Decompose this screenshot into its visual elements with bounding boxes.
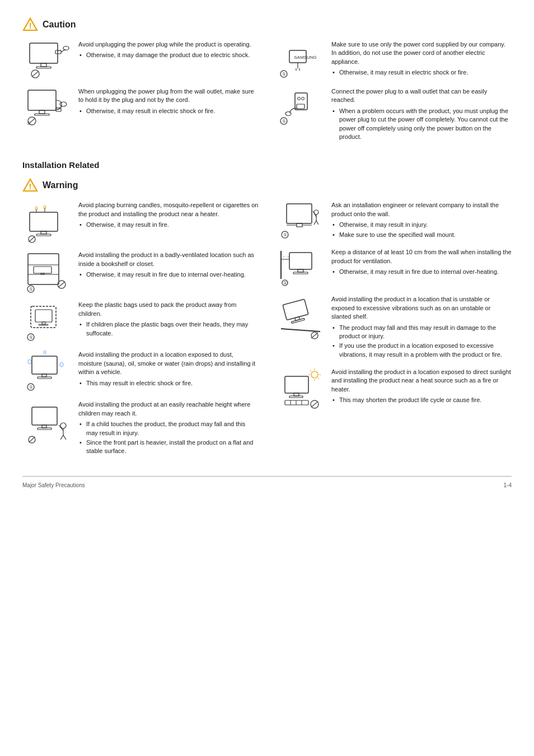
svg-text:①: ① — [282, 72, 286, 77]
caution-text-2: Make sure to use only the power cord sup… — [331, 40, 512, 78]
svg-line-11 — [32, 71, 39, 77]
warning-header: ! Warning — [22, 178, 512, 193]
warning-img-4b: ←→ ① — [275, 248, 326, 287]
warning-illus-4b: ←→ ① — [278, 248, 323, 287]
caution-icon: ! — [22, 17, 38, 32]
caution-left-col: Avoid unplugging the power plug while th… — [22, 40, 259, 150]
caution-illus-2: SAMSUNG ① — [278, 40, 323, 80]
svg-rect-2 — [30, 43, 58, 63]
svg-text:①: ① — [29, 335, 33, 340]
caution-illus-1 — [25, 40, 70, 80]
caution-illus-3: ① — [25, 87, 70, 127]
footer: Major Safety Precautions 1-4 — [22, 482, 512, 488]
caution-entries: Avoid unplugging the power plug while th… — [22, 40, 512, 150]
warning-img-2: ① — [22, 251, 73, 293]
svg-line-110 — [310, 370, 311, 371]
svg-rect-3 — [41, 63, 46, 67]
svg-text:①: ① — [283, 232, 287, 237]
caution-img-4: ① — [275, 87, 326, 127]
svg-point-65 — [28, 360, 31, 364]
svg-point-73 — [60, 423, 66, 428]
svg-rect-72 — [38, 428, 51, 430]
svg-rect-14 — [35, 114, 49, 115]
svg-line-75 — [59, 425, 63, 431]
svg-line-76 — [60, 435, 63, 440]
warning-entry-7: Avoid installing the product at an easil… — [22, 400, 259, 456]
warning-text-4b: Keep a distance of at least 10 cm from t… — [331, 248, 512, 277]
footer-left: Major Safety Precautions — [22, 482, 85, 488]
svg-text:←→: ←→ — [282, 255, 290, 259]
svg-point-33 — [285, 112, 291, 116]
svg-line-55 — [58, 282, 65, 287]
warning-text-8: Avoid installing the product in a locati… — [331, 368, 512, 406]
svg-point-66 — [60, 362, 63, 367]
warning-left-col: Avoid placing burning candles, mosquito-… — [22, 201, 259, 464]
svg-rect-62 — [32, 356, 57, 374]
caution-img-3: ① — [22, 87, 73, 127]
svg-rect-101 — [291, 319, 305, 324]
svg-point-31 — [302, 97, 305, 100]
warning-illus-6: ① — [25, 351, 70, 393]
warning-title: Warning — [43, 180, 78, 190]
svg-point-67 — [44, 351, 46, 354]
svg-point-105 — [311, 371, 318, 378]
warning-entry-4b: ←→ ① Keep a distance of at least 10 cm f… — [275, 248, 512, 287]
svg-rect-57 — [35, 310, 52, 322]
svg-rect-47 — [28, 254, 59, 284]
warning-text-3: Keep the plastic bags used to pack the p… — [78, 301, 259, 339]
caution-entry-1: Avoid unplugging the power plug while th… — [22, 40, 259, 80]
svg-rect-112 — [285, 376, 308, 393]
warning-img-6: ① — [22, 351, 73, 393]
svg-text:SAMSUNG: SAMSUNG — [294, 55, 316, 60]
caution-text-3: When unplugging the power plug from the … — [78, 87, 259, 116]
svg-line-86 — [313, 211, 316, 217]
warning-entries: Avoid placing burning candles, mosquito-… — [22, 201, 512, 464]
warning-illus-4: ① — [278, 201, 323, 240]
svg-text:!: ! — [29, 182, 32, 191]
svg-rect-50 — [34, 267, 51, 273]
warning-illus-2: ① — [25, 251, 70, 293]
warning-text-2: Avoid installing the product in a badly-… — [78, 251, 259, 280]
caution-text-1: Avoid unplugging the power plug while th… — [78, 40, 259, 61]
svg-point-30 — [298, 97, 301, 100]
svg-line-120 — [311, 402, 318, 407]
footer-right: 1-4 — [504, 482, 512, 488]
warning-right-col: ① Ask an installation engineer or releva… — [275, 201, 512, 464]
svg-point-9 — [63, 46, 69, 50]
svg-rect-64 — [38, 377, 51, 379]
caution-title: Caution — [43, 20, 76, 30]
svg-text:①: ① — [29, 287, 33, 292]
caution-header: ! Caution — [22, 17, 512, 32]
svg-text:①: ① — [282, 119, 286, 124]
caution-right-col: SAMSUNG ① Make sure to use only the powe… — [275, 40, 512, 150]
caution-section: ! Caution — [22, 17, 512, 150]
svg-line-111 — [318, 378, 319, 379]
caution-entry-4: ① Connect the power plug to a wall outle… — [275, 87, 512, 142]
caution-text-4: Connect the power plug to a wall outlet … — [331, 87, 512, 142]
installation-title: Installation Related — [22, 160, 512, 170]
svg-text:!: ! — [29, 21, 32, 30]
svg-line-46 — [29, 236, 35, 242]
svg-line-102 — [281, 329, 320, 332]
svg-rect-12 — [28, 90, 56, 110]
caution-entry-3: ① When unplugging the power plug from th… — [22, 87, 259, 127]
warning-img-5 — [275, 295, 326, 340]
svg-rect-93 — [293, 272, 308, 274]
warning-entry-8: Avoid installing the product in a locati… — [275, 368, 512, 413]
svg-rect-38 — [30, 212, 58, 231]
warning-illus-1 — [25, 201, 70, 243]
warning-text-5: Avoid installing the product in a locati… — [331, 295, 512, 360]
footer-divider — [22, 476, 512, 477]
svg-rect-70 — [32, 407, 57, 425]
svg-line-88 — [316, 221, 318, 225]
svg-line-79 — [29, 437, 35, 442]
svg-rect-59 — [39, 324, 48, 325]
svg-rect-81 — [297, 223, 302, 227]
svg-line-77 — [63, 435, 66, 440]
installation-section: Installation Related ! Warning — [22, 160, 512, 464]
warning-illus-3: ① — [25, 301, 70, 343]
svg-rect-51 — [41, 273, 44, 274]
svg-rect-32 — [297, 104, 305, 109]
warning-img-1 — [22, 201, 73, 243]
warning-illus-5 — [278, 295, 323, 340]
